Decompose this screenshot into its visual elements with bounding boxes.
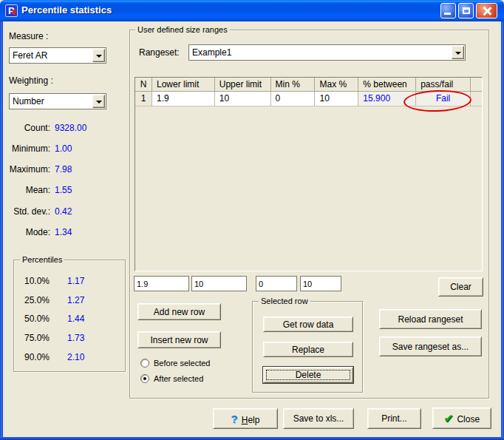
max-pct-input[interactable]	[300, 276, 341, 291]
before-selected-radio[interactable]	[140, 359, 149, 368]
rangeset-value: Example1	[192, 45, 231, 60]
percentile-statistics-dialog: P Percentile statistics Measure : Feret …	[0, 0, 504, 440]
pct-25-value: 1.27	[67, 295, 84, 305]
window-title: Percentile statistics	[21, 0, 112, 21]
percentiles-title: Percentiles	[20, 254, 64, 265]
min-pct-input[interactable]	[256, 276, 297, 291]
rangeset-dropdown[interactable]: Example1	[188, 44, 466, 61]
replace-button[interactable]: Replace	[263, 342, 353, 357]
stddev-value: 0.42	[55, 206, 72, 217]
window-border-bottom	[0, 437, 504, 440]
minimize-button[interactable]	[440, 3, 456, 18]
pct-75-value: 1.73	[67, 333, 84, 343]
table-header-row: N Lower limit Upper limit Min % Max % % …	[135, 78, 482, 92]
window-border-right	[501, 21, 504, 437]
header-min-pct: Min %	[271, 78, 316, 92]
pct-50-value: 1.44	[67, 314, 84, 324]
save-to-xls-button[interactable]: Save to xls...	[283, 408, 354, 429]
header-max-pct: Max %	[315, 78, 358, 92]
minimum-label: Minimum:	[0, 143, 50, 154]
header-pct-between: % between	[358, 78, 416, 92]
mode-label: Mode:	[0, 227, 50, 237]
help-button[interactable]: ?Help	[213, 408, 278, 429]
maximum-label: Maximum:	[0, 164, 50, 175]
lower-limit-input[interactable]	[134, 276, 189, 291]
maximize-icon	[463, 7, 470, 14]
pct-75-label: 75.0%	[24, 333, 50, 343]
cell-max-pct[interactable]: 10	[315, 92, 358, 106]
print-button[interactable]: Print...	[367, 408, 421, 429]
count-value: 9328.00	[55, 123, 86, 133]
weighting-value: Number	[13, 94, 44, 109]
weighting-dropdown[interactable]: Number	[9, 93, 106, 109]
header-n: N	[135, 78, 152, 92]
header-lower-limit: Lower limit	[152, 78, 215, 92]
cell-min-pct[interactable]: 0	[271, 92, 316, 106]
measure-dropdown[interactable]: Feret AR	[9, 47, 106, 64]
cell-upper-limit[interactable]: 10	[215, 92, 271, 106]
insert-new-row-button[interactable]: Insert new row	[137, 331, 221, 348]
pct-10-label: 10.0%	[24, 276, 50, 286]
mean-label: Mean:	[0, 185, 50, 195]
header-upper-limit: Upper limit	[215, 78, 271, 92]
stddev-label: Std. dev.:	[0, 206, 50, 217]
before-selected-label[interactable]: Before selected	[154, 359, 210, 368]
delete-button[interactable]: Delete	[263, 367, 353, 383]
minimum-value: 1.00	[55, 143, 72, 154]
reload-rangeset-button[interactable]: Reload rangeset	[379, 309, 482, 329]
header-filler	[471, 78, 482, 92]
pct-90-label: 90.0%	[24, 352, 50, 362]
focus-rectangle	[266, 370, 350, 380]
pct-25-label: 25.0%	[24, 295, 50, 305]
cell-lower-limit[interactable]: 1.9	[152, 92, 215, 106]
chevron-down-icon[interactable]	[452, 46, 464, 59]
after-selected-radio[interactable]	[140, 374, 149, 383]
cell-n[interactable]: 1	[135, 92, 152, 106]
minimize-icon	[444, 13, 451, 15]
maximize-button[interactable]	[458, 3, 474, 18]
checkmark-icon: ✔	[444, 412, 454, 424]
mode-value: 1.34	[55, 227, 72, 237]
add-new-row-button[interactable]: Add new row	[137, 303, 221, 320]
measure-label: Measure :	[9, 31, 48, 41]
app-logo-icon: P	[5, 4, 18, 17]
upper-limit-input[interactable]	[191, 276, 247, 291]
get-row-data-button[interactable]: Get row data	[263, 317, 353, 332]
pct-10-value: 1.17	[67, 276, 84, 286]
mean-value: 1.55	[55, 185, 72, 195]
help-question-icon: ?	[231, 413, 238, 425]
pct-90-value: 2.10	[67, 352, 84, 362]
selected-row-title: Selected row	[259, 296, 310, 306]
save-rangeset-as-button[interactable]: Save rangeset as...	[379, 336, 482, 356]
size-ranges-title: User defined size ranges	[135, 24, 230, 35]
measure-value: Feret AR	[13, 48, 47, 63]
count-label: Count:	[0, 123, 50, 133]
maximum-value: 7.98	[55, 164, 72, 175]
chevron-down-icon[interactable]	[92, 95, 105, 108]
close-window-button[interactable]	[476, 3, 497, 18]
pct-50-label: 50.0%	[24, 314, 50, 324]
window-border-left	[0, 21, 3, 437]
rangeset-label: Rangeset:	[139, 47, 180, 58]
close-button[interactable]: ✔Close	[432, 407, 491, 429]
title-bar[interactable]: P Percentile statistics	[0, 0, 504, 21]
percentiles-groupbox: Percentiles 10.0% 1.17 25.0% 1.27 50.0% …	[13, 260, 126, 372]
weighting-label: Weighting :	[9, 75, 53, 86]
after-selected-label[interactable]: After selected	[154, 374, 203, 383]
clear-button[interactable]: Clear	[438, 277, 483, 297]
chevron-down-icon[interactable]	[92, 49, 105, 62]
